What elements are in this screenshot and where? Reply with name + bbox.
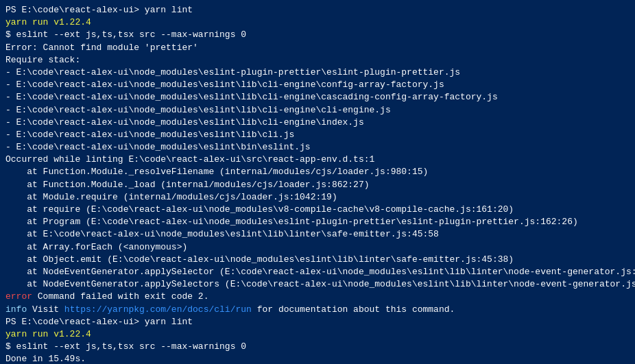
terminal-text: https://yarnpkg.com/en/docs/cli/run [64, 304, 252, 315]
terminal-line: Occurred while linting E:\code\react-ale… [5, 154, 630, 166]
terminal-text: at NodeEventGenerator.applySelector (E:\… [5, 267, 635, 277]
terminal-text: at E:\code\react-alex-ui\node_modules\es… [5, 229, 439, 239]
terminal-line: at Module.require (internal/modules/cjs/… [5, 191, 630, 204]
terminal-text: at NodeEventGenerator.applySelectors (E:… [5, 279, 635, 289]
terminal-text: error [5, 291, 32, 302]
terminal-text: at require (E:\code\react-alex-ui\node_m… [5, 204, 514, 215]
terminal-line: PS E:\code\react-alex-ui> yarn lint [5, 316, 630, 328]
terminal-line: - E:\code\react-alex-ui\node_modules\esl… [5, 66, 630, 79]
terminal-text: for documentation about this command. [252, 304, 455, 315]
terminal-line: Error: Cannot find module 'prettier' [5, 42, 630, 54]
terminal-text: Visit [27, 304, 64, 315]
terminal-text: Require stack: [5, 55, 80, 65]
terminal-text: PS E:\code\react-alex-ui> yarn lint [5, 5, 193, 15]
terminal-text: at Function.Module._load (internal/modul… [5, 180, 370, 190]
terminal-text: Done in 15.49s. [5, 354, 86, 364]
terminal-line: yarn run v1.22.4 [5, 328, 630, 341]
terminal-text: - E:\code\react-alex-ui\node_modules\esl… [5, 80, 444, 90]
terminal-line: at NodeEventGenerator.applySelectors (E:… [5, 278, 630, 291]
terminal-text: yarn run v1.22.4 [5, 329, 91, 339]
terminal-line: PS E:\code\react-alex-ui> yarn lint [5, 4, 630, 16]
terminal-line: - E:\code\react-alex-ui\node_modules\esl… [5, 129, 630, 141]
terminal-line: at Object.emit (E:\code\react-alex-ui\no… [5, 254, 630, 266]
terminal-text: Error: Cannot find module 'prettier' [5, 43, 198, 53]
terminal-line: - E:\code\react-alex-ui\node_modules\esl… [5, 141, 630, 154]
terminal-content: PS E:\code\react-alex-ui> yarn lintyarn … [5, 4, 630, 364]
terminal-line: info Visit https://yarnpkg.com/en/docs/c… [5, 304, 630, 316]
terminal-line: Done in 15.49s. [5, 353, 630, 364]
terminal-text: Command failed with exit code 2. [32, 291, 208, 302]
terminal-text: Occurred while linting E:\code\react-ale… [5, 154, 374, 165]
terminal-text: - E:\code\react-alex-ui\node_modules\esl… [5, 92, 498, 102]
terminal-line: $ eslint --ext js,ts,tsx src --max-warni… [5, 341, 630, 353]
terminal-line: - E:\code\react-alex-ui\node_modules\esl… [5, 117, 630, 129]
terminal-line: at Function.Module._load (internal/modul… [5, 179, 630, 191]
terminal-text: - E:\code\react-alex-ui\node_modules\esl… [5, 105, 391, 115]
terminal-line: at Program (E:\code\react-alex-ui\node_m… [5, 216, 630, 228]
terminal-text: - E:\code\react-alex-ui\node_modules\esl… [5, 67, 460, 77]
terminal-line: Require stack: [5, 54, 630, 66]
terminal-text: at Module.require (internal/modules/cjs/… [5, 192, 337, 202]
terminal-text: at Array.forEach (<anonymous>) [5, 242, 187, 252]
terminal-line: - E:\code\react-alex-ui\node_modules\esl… [5, 91, 630, 104]
terminal-line: at NodeEventGenerator.applySelector (E:\… [5, 266, 630, 278]
terminal-line: $ eslint --ext js,ts,tsx src --max-warni… [5, 29, 630, 41]
terminal-line: error Command failed with exit code 2. [5, 291, 630, 303]
terminal-text: - E:\code\react-alex-ui\node_modules\esl… [5, 130, 294, 140]
terminal-text: PS E:\code\react-alex-ui> yarn lint [5, 317, 193, 327]
terminal-text: - E:\code\react-alex-ui\node_modules\esl… [5, 142, 311, 152]
terminal-line: - E:\code\react-alex-ui\node_modules\esl… [5, 79, 630, 91]
terminal-line: at Function.Module._resolveFilename (int… [5, 166, 630, 178]
terminal-text: yarn run v1.22.4 [5, 17, 91, 27]
terminal-text: $ eslint --ext js,ts,tsx src --max-warni… [5, 341, 246, 352]
terminal-line: at E:\code\react-alex-ui\node_modules\es… [5, 228, 630, 241]
terminal-text: at Object.emit (E:\code\react-alex-ui\no… [5, 254, 514, 265]
terminal-line: at Array.forEach (<anonymous>) [5, 241, 630, 254]
terminal-text: - E:\code\react-alex-ui\node_modules\esl… [5, 117, 364, 128]
terminal-text: at Function.Module._resolveFilename (int… [5, 167, 428, 177]
terminal-text: at Program (E:\code\react-alex-ui\node_m… [5, 217, 578, 227]
terminal-line: - E:\code\react-alex-ui\node_modules\esl… [5, 104, 630, 117]
terminal-line: at require (E:\code\react-alex-ui\node_m… [5, 204, 630, 216]
terminal-window[interactable]: PS E:\code\react-alex-ui> yarn lintyarn … [0, 0, 635, 364]
terminal-line: yarn run v1.22.4 [5, 16, 630, 29]
terminal-text: info [5, 304, 27, 315]
terminal-text: $ eslint --ext js,ts,tsx src --max-warni… [5, 29, 246, 40]
